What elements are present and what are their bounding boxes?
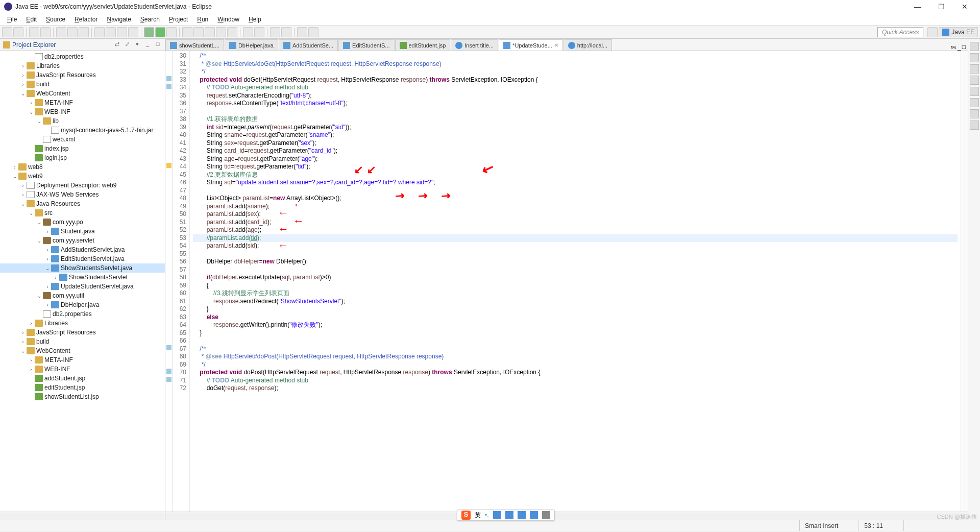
menu-search[interactable]: Search — [136, 15, 164, 24]
toolbar-button[interactable] — [182, 27, 192, 37]
toolbar-button[interactable] — [254, 27, 264, 37]
tree-node[interactable]: db2.properties — [0, 52, 165, 61]
tree-node[interactable]: mysql-connector-java-5.1.7-bin.jar — [0, 126, 165, 135]
tree-node[interactable]: ›ShowStudentsServlet — [0, 273, 165, 282]
menu-help[interactable]: Help — [244, 15, 265, 24]
minimize-view-button[interactable]: _ — [143, 41, 152, 49]
toolbar-button[interactable] — [117, 27, 127, 37]
tree-node[interactable]: ›JAX-WS Web Services — [0, 190, 165, 199]
ime-toolbar[interactable]: S 英 •, — [457, 510, 555, 521]
ime-skin-icon[interactable] — [518, 511, 526, 519]
toolbar-button[interactable] — [193, 27, 204, 37]
project-tree[interactable]: db2.properties›Libraries›JavaScript Reso… — [0, 51, 165, 512]
tree-node[interactable]: ›Libraries — [0, 61, 165, 70]
forward-button[interactable] — [308, 27, 318, 37]
minimize-editor-button[interactable]: _ — [958, 43, 961, 51]
link-editor-button[interactable]: ⤢ — [123, 41, 131, 49]
tree-node[interactable]: ›Deployment Descriptor: web9 — [0, 181, 165, 190]
view-menu-button[interactable]: ▾ — [133, 41, 141, 49]
tree-node[interactable]: ⌄WebContent — [0, 346, 165, 355]
toolbar-button[interactable] — [243, 27, 253, 37]
toolbar-button[interactable] — [56, 27, 66, 37]
tree-node[interactable]: ⌄src — [0, 208, 165, 217]
editor-tab[interactable]: http://local... — [564, 39, 612, 51]
tabs-overflow[interactable]: »₅ — [950, 43, 957, 51]
tree-node[interactable]: ›JavaScript Resources — [0, 328, 165, 337]
run-server-button[interactable] — [166, 27, 177, 37]
collapse-all-button[interactable]: ⇄ — [113, 41, 121, 49]
ime-punct-icon[interactable]: •, — [485, 512, 489, 519]
menu-edit[interactable]: Edit — [22, 15, 41, 24]
maximize-view-button[interactable]: □ — [154, 41, 162, 49]
tree-node[interactable]: login.jsp — [0, 153, 165, 162]
tree-node[interactable]: ⌄WEB-INF — [0, 107, 165, 116]
tree-node[interactable]: ⌄com.yyy.po — [0, 217, 165, 227]
perspective-open-button[interactable] — [927, 27, 938, 37]
minimize-button[interactable]: — — [911, 3, 925, 11]
close-tab-icon[interactable]: ✕ — [554, 42, 558, 48]
menu-project[interactable]: Project — [165, 15, 192, 24]
marker-bar[interactable] — [165, 51, 173, 512]
tree-node[interactable]: ›build — [0, 80, 165, 89]
tree-node[interactable]: ›WEB-INF — [0, 365, 165, 374]
view-button[interactable] — [970, 76, 979, 85]
menu-window[interactable]: Window — [213, 15, 243, 24]
menu-file[interactable]: File — [3, 15, 21, 24]
tree-node[interactable]: ⌄com.yyy.util — [0, 291, 165, 300]
view-button[interactable] — [970, 109, 979, 118]
tree-node[interactable]: ⌄WebContent — [0, 89, 165, 98]
view-button[interactable] — [970, 98, 979, 107]
toolbar-button[interactable] — [79, 27, 89, 37]
tree-node[interactable]: ›AddStudentServlet.java — [0, 245, 165, 254]
code-editor[interactable]: /** * @see HttpServlet#doGet(HttpServlet… — [190, 51, 961, 512]
tree-node[interactable]: ›META-INF — [0, 355, 165, 365]
overview-ruler[interactable] — [961, 51, 968, 512]
menu-source[interactable]: Source — [42, 15, 69, 24]
outline-view-button[interactable] — [970, 42, 979, 51]
editor-tab[interactable]: AddStudentSe... — [279, 39, 338, 51]
task-list-button[interactable] — [970, 53, 979, 62]
tree-node[interactable]: editStudent.jsp — [0, 383, 165, 392]
toolbar-button[interactable] — [128, 27, 138, 37]
view-button[interactable] — [970, 120, 979, 130]
tree-node[interactable]: ⌄ShowStudentsServlet.java — [0, 263, 165, 273]
tree-node[interactable]: ›META-INF — [0, 98, 165, 107]
toolbar-button[interactable] — [216, 27, 226, 37]
maximize-button[interactable]: ☐ — [934, 3, 948, 11]
toolbar-button[interactable] — [13, 27, 23, 37]
debug-button[interactable] — [144, 27, 154, 37]
back-button[interactable] — [297, 27, 307, 37]
tree-node[interactable]: ⌄lib — [0, 116, 165, 126]
tree-node[interactable]: ›Student.java — [0, 227, 165, 236]
menu-refactor[interactable]: Refactor — [70, 15, 102, 24]
tree-node[interactable]: ›JavaScript Resources — [0, 70, 165, 80]
save-button[interactable] — [29, 27, 39, 37]
run-button[interactable] — [155, 27, 165, 37]
toolbar-button[interactable] — [106, 27, 116, 37]
save-all-button[interactable] — [40, 27, 51, 37]
tree-node[interactable]: showStudentList.jsp — [0, 392, 165, 401]
toolbar-button[interactable] — [2, 27, 12, 37]
editor-tab[interactable]: *UpdateStude...✕ — [499, 39, 563, 51]
tree-node[interactable]: ⌄Java Resources — [0, 199, 165, 208]
toolbar-button[interactable] — [67, 27, 78, 37]
toolbar-button[interactable] — [205, 27, 215, 37]
quick-access-input[interactable]: Quick Access — [877, 27, 923, 37]
tree-node[interactable]: ›UpdateStudentServlet.java — [0, 282, 165, 291]
editor-tab[interactable]: EditStudentS... — [338, 39, 394, 51]
editor-scrollbar[interactable] — [165, 512, 968, 520]
line-gutter[interactable]: 3031323334353637383940414243444546474849… — [173, 51, 190, 512]
editor-tab[interactable]: showStudentL... — [165, 39, 224, 51]
close-button[interactable]: ✕ — [958, 3, 972, 11]
view-button[interactable] — [970, 87, 979, 96]
tree-node[interactable]: ›EditStudentServlet.java — [0, 254, 165, 263]
tree-node[interactable]: ⌄com.yyy.servlet — [0, 236, 165, 245]
tree-node[interactable]: db2.properties — [0, 309, 165, 319]
editor-tab[interactable]: editStudent.jsp — [395, 39, 451, 51]
toolbar-button[interactable] — [227, 27, 237, 37]
maximize-editor-button[interactable]: □ — [962, 43, 966, 51]
tree-node[interactable]: ›build — [0, 337, 165, 346]
menu-navigate[interactable]: Navigate — [103, 15, 135, 24]
tree-node[interactable]: index.jsp — [0, 144, 165, 153]
ime-toolbox-icon[interactable] — [530, 511, 538, 519]
